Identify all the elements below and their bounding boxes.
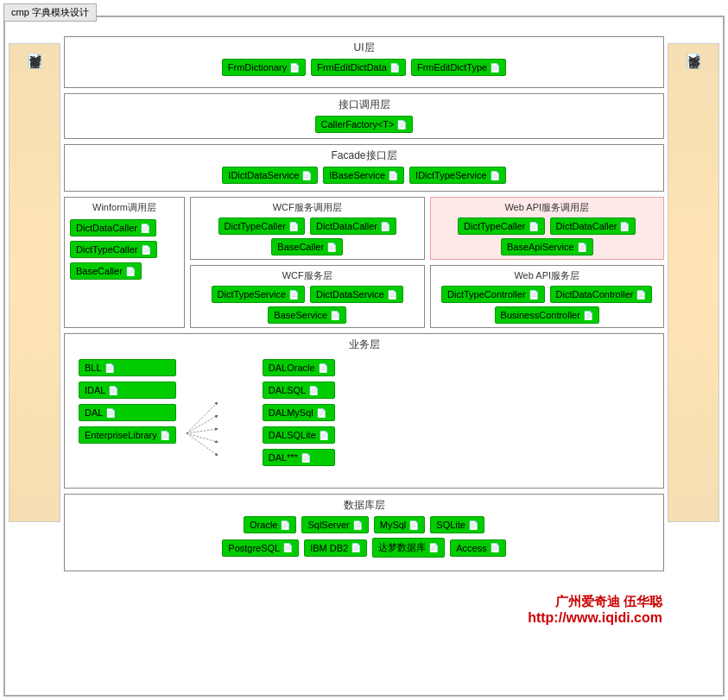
- db-row1: Oracle📄 SqlServer📄 MySql📄 SQLite📄: [70, 516, 658, 533]
- web-api-service-title: Web API服务层: [434, 269, 661, 282]
- btn-idict-type-service[interactable]: IDictTypeService📄: [409, 167, 506, 184]
- btn-wcf-dict-type-service[interactable]: DictTypeService📄: [212, 286, 305, 303]
- ui-layer-title: UI层: [70, 41, 658, 55]
- left-panel-icon: 📄: [26, 53, 43, 69]
- web-api-call-layer: Web API服务调用层 DictTypeCaller📄 DictDataCal…: [430, 197, 665, 260]
- btn-frm-edit-dict-data[interactable]: FrmEditDictData📄: [311, 59, 406, 76]
- winform-layer: Winform调用层 DictDataCaller📄 DictTypeCalle…: [64, 197, 185, 328]
- btn-winform-dict-data-caller[interactable]: DictDataCaller📄: [70, 219, 156, 236]
- btn-dal-mysql[interactable]: DALMySql📄: [263, 404, 335, 421]
- right-panel-icon: 📄: [685, 53, 702, 69]
- btn-winform-base-caller[interactable]: BaseCaller📄: [70, 262, 142, 280]
- main-container: 📄 共用类库 📄 实体层 UI层 FrmDictionary📄 FrmEditD…: [3, 16, 725, 697]
- btn-dal-sql[interactable]: DALSQL📄: [263, 382, 335, 399]
- btn-dal-oracle[interactable]: DALOracle📄: [263, 359, 335, 376]
- middle-section-upper: Winform调用层 DictDataCaller📄 DictTypeCalle…: [64, 197, 664, 328]
- btn-access[interactable]: Access📄: [450, 539, 505, 557]
- btn-winform-dict-type-caller[interactable]: DictTypeCaller📄: [70, 241, 157, 258]
- btn-idict-data-service[interactable]: IDictDataService📄: [222, 167, 318, 184]
- btn-sqlite[interactable]: SQLite📄: [430, 516, 484, 533]
- btn-ibase-service[interactable]: IBaseService📄: [323, 167, 404, 184]
- winform-title: Winform调用层: [68, 201, 180, 214]
- btn-wcf-dict-data-caller[interactable]: DictDataCaller📄: [310, 218, 396, 235]
- title-bar: cmp 字典模块设计: [3, 3, 97, 22]
- watermark-line2: http://www.iqidi.com: [528, 610, 662, 626]
- btn-mysql[interactable]: MySql📄: [374, 516, 426, 533]
- side-panel-left: 📄 共用类库: [9, 43, 60, 522]
- web-api-call-row1: DictTypeCaller📄 DictDataCaller📄: [434, 218, 661, 235]
- btn-sqlserver[interactable]: SqlServer📄: [301, 516, 368, 533]
- middle-center: WCF服务调用层 DictTypeCaller📄 DictDataCaller📄…: [190, 197, 425, 328]
- ui-layer: UI层 FrmDictionary📄 FrmEditDictData📄 FrmE…: [64, 36, 664, 88]
- btn-ibm-db2[interactable]: IBM DB2📄: [304, 539, 367, 557]
- svg-line-4: [187, 433, 217, 455]
- btn-dal-sqllite[interactable]: DALSQLite📄: [263, 426, 335, 444]
- btn-bll[interactable]: BLL📄: [79, 359, 176, 376]
- btn-frm-dictionary[interactable]: FrmDictionary📄: [222, 59, 306, 76]
- btn-dameng[interactable]: 达梦数据库📄: [372, 538, 445, 558]
- btn-webapi-dict-data-ctrl[interactable]: DictDataController📄: [550, 286, 653, 303]
- business-layer: 业务层 BLL📄 IDAL📄 DAL📄 EnterpriseLibrary📄: [64, 333, 664, 489]
- business-right-buttons: DALOracle📄 DALSQL📄 DALMySql📄 DALSQLite📄 …: [263, 359, 335, 466]
- btn-caller-factory[interactable]: CallerFactory<T>📄: [315, 116, 414, 133]
- btn-idal[interactable]: IDAL📄: [79, 382, 176, 399]
- web-api-service-layer: Web API服务层 DictTypeController📄 DictDataC…: [430, 265, 665, 328]
- business-inner: BLL📄 IDAL📄 DAL📄 EnterpriseLibrary📄: [70, 356, 658, 470]
- database-layer: 数据库层 Oracle📄 SqlServer📄 MySql📄 SQLite📄 P…: [64, 494, 664, 571]
- wcf-call-row1: DictTypeCaller📄 DictDataCaller📄: [194, 218, 421, 235]
- db-title: 数据库层: [70, 498, 658, 513]
- btn-dal[interactable]: DAL📄: [79, 404, 176, 421]
- side-panel-right: 📄 实体层: [668, 43, 719, 522]
- wcf-service-row2: BaseService📄: [194, 306, 421, 324]
- svg-line-1: [187, 416, 217, 433]
- web-api-service-row1: DictTypeController📄 DictDataController📄: [434, 286, 661, 303]
- btn-dal-star[interactable]: DAL***📄: [263, 449, 335, 466]
- interface-call-layer: 接口调用层 CallerFactory<T>📄: [64, 93, 664, 139]
- facade-title: Facade接口层: [70, 148, 658, 163]
- btn-postgresql[interactable]: PostgreSQL📄: [222, 539, 299, 557]
- btn-oracle[interactable]: Oracle📄: [244, 516, 296, 533]
- wcf-call-title: WCF服务调用层: [194, 201, 421, 214]
- web-api-call-row2: BaseApiService📄: [434, 238, 661, 255]
- svg-line-0: [187, 403, 217, 433]
- btn-webapi-base-api-service[interactable]: BaseApiService📄: [501, 238, 593, 255]
- interface-call-title: 接口调用层: [70, 98, 658, 112]
- btn-webapi-dict-type-caller[interactable]: DictTypeCaller📄: [458, 218, 545, 235]
- web-api-service-row2: BusinessController📄: [434, 306, 661, 324]
- btn-wcf-dict-type-caller[interactable]: DictTypeCaller📄: [218, 218, 306, 235]
- btn-webapi-dict-data-caller[interactable]: DictDataCaller📄: [550, 218, 636, 235]
- svg-line-3: [187, 433, 217, 442]
- btn-webapi-dict-type-ctrl[interactable]: DictTypeController📄: [441, 286, 544, 303]
- web-api-call-title: Web API服务调用层: [434, 201, 661, 214]
- btn-enterprise-library[interactable]: EnterpriseLibrary📄: [79, 426, 176, 444]
- watermark-line1: 广州爱奇迪 伍华聪: [528, 594, 662, 610]
- wcf-service-title: WCF服务层: [194, 269, 421, 282]
- wcf-call-row2: BaseCaller📄: [194, 238, 421, 255]
- diagram-title: cmp 字典模块设计: [11, 7, 89, 17]
- btn-webapi-business-ctrl[interactable]: BusinessController📄: [495, 306, 599, 324]
- btn-wcf-base-caller[interactable]: BaseCaller📄: [271, 238, 343, 255]
- middle-right: Web API服务调用层 DictTypeCaller📄 DictDataCal…: [430, 197, 665, 328]
- wcf-service-row1: DictTypeService📄 DictDataService📄: [194, 286, 421, 303]
- ui-layer-buttons: FrmDictionary📄 FrmEditDictData📄 FrmEditD…: [70, 59, 658, 76]
- watermark: 广州爱奇迪 伍华聪 http://www.iqidi.com: [528, 594, 662, 626]
- db-row2: PostgreSQL📄 IBM DB2📄 达梦数据库📄 Access📄: [70, 538, 658, 558]
- btn-wcf-base-service[interactable]: BaseService📄: [268, 306, 346, 324]
- facade-buttons: IDictDataService📄 IBaseService📄 IDictTyp…: [70, 167, 658, 184]
- svg-line-2: [187, 429, 217, 433]
- wcf-call-layer: WCF服务调用层 DictTypeCaller📄 DictDataCaller📄…: [190, 197, 425, 260]
- facade-layer: Facade接口层 IDictDataService📄 IBaseService…: [64, 144, 664, 192]
- btn-frm-edit-dict-type[interactable]: FrmEditDictType📄: [411, 59, 506, 76]
- wcf-service-layer: WCF服务层 DictTypeService📄 DictDataService📄…: [190, 265, 425, 328]
- interface-call-buttons: CallerFactory<T>📄: [70, 116, 658, 133]
- business-title: 业务层: [70, 337, 658, 352]
- business-left-buttons: BLL📄 IDAL📄 DAL📄 EnterpriseLibrary📄: [79, 359, 176, 444]
- btn-wcf-dict-data-service[interactable]: DictDataService📄: [310, 286, 403, 303]
